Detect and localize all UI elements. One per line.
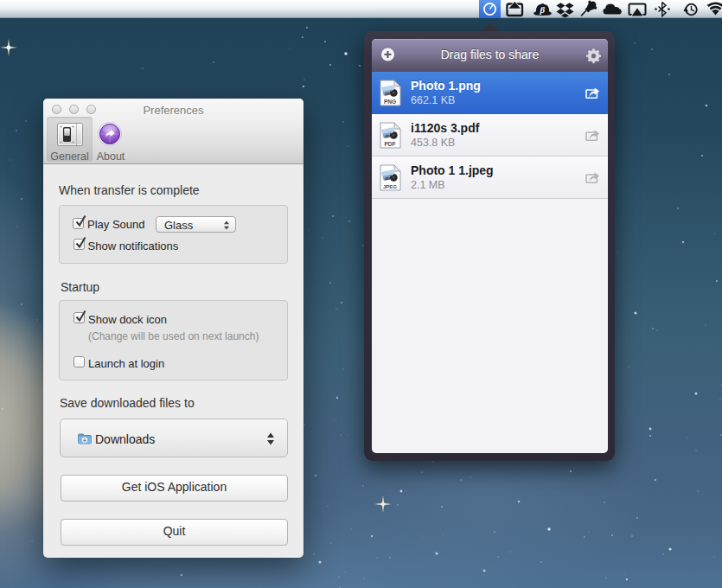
svg-text:β: β [540, 4, 546, 15]
